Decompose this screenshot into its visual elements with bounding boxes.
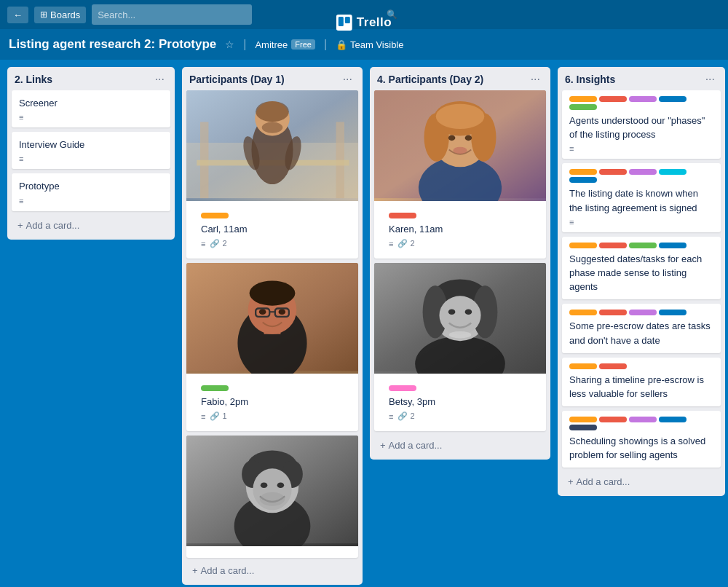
- card-icons-insight1: ≡: [569, 144, 713, 153]
- add-card-day1[interactable]: + Add a card...: [186, 561, 358, 580]
- card-title-insight3: Suggested dates/tasks for each phase mad…: [569, 253, 702, 292]
- star-icon[interactable]: ☆: [225, 39, 234, 50]
- card-karen[interactable]: Karen, 11am ≡ 🔗 2: [374, 90, 546, 259]
- card-prototype[interactable]: Prototype ≡: [12, 173, 170, 210]
- list-cards-day1: Carl, 11am ≡ 🔗 2: [182, 90, 363, 561]
- betsy-portrait-svg: [374, 263, 546, 374]
- i3-red: [599, 243, 627, 248]
- svg-point-54: [439, 296, 480, 335]
- plus-icon-links: +: [17, 220, 23, 231]
- list-header-day1: Participants (Day 1) ···: [182, 67, 363, 90]
- list-cards-day2: Karen, 11am ≡ 🔗 2: [370, 90, 550, 436]
- insight6-labels: [569, 417, 713, 430]
- betsy-labels: [389, 385, 531, 391]
- trello-text: Trello: [357, 15, 392, 30]
- i1-orange: [569, 96, 597, 102]
- list-participants-day1: Participants (Day 1) ···: [182, 67, 363, 585]
- svg-point-33: [277, 483, 285, 489]
- list-header-insights: 6. Insights ···: [558, 67, 725, 90]
- boards-label: Boards: [50, 9, 80, 20]
- svg-point-55: [448, 310, 456, 315]
- card-title-insight6: Scheduling showings is a solved problem …: [569, 436, 705, 460]
- svg-point-21: [259, 310, 266, 315]
- card-title-fabio: Fabio, 2pm: [201, 396, 248, 407]
- add-card-label-day2: Add a card...: [389, 440, 443, 451]
- card-icons-insight2: ≡: [569, 218, 713, 226]
- back-icon: ←: [13, 9, 23, 20]
- card-title-insight1: Agents understood our "phases" of the li…: [569, 115, 705, 140]
- card-insight6[interactable]: Scheduling showings is a solved problem …: [562, 411, 721, 468]
- card-title-insight2: The listing date is known when the listi…: [569, 188, 698, 213]
- top-nav: ← ⊞ Boards 🔍 Trello: [0, 0, 728, 29]
- insight3-labels: [569, 243, 713, 248]
- card-carl[interactable]: Carl, 11am ≡ 🔗 2: [186, 90, 358, 259]
- i3-blue: [659, 243, 687, 248]
- list-title-day2: 4. Participants (Day 2): [377, 74, 483, 85]
- card-insight3[interactable]: Suggested dates/tasks for each phase mad…: [562, 237, 721, 300]
- attachment-icon-fabio: 🔗 1: [210, 411, 226, 421]
- carl-portrait-svg: [186, 90, 358, 201]
- add-card-links[interactable]: + Add a card...: [12, 216, 170, 235]
- list-menu-button-insights[interactable]: ···: [703, 73, 718, 86]
- i6-blue: [659, 417, 687, 422]
- card-icons-prototype: ≡: [19, 197, 163, 205]
- card-icons-carl: ≡ 🔗 2: [201, 239, 344, 248]
- add-card-insights[interactable]: + Add a card...: [562, 472, 721, 492]
- card-interview-guide[interactable]: Interview Guide ≡: [12, 132, 170, 169]
- i2-sky: [659, 169, 687, 175]
- fabio-label-green: [201, 385, 229, 391]
- card-betsy[interactable]: Betsy, 3pm ≡ 🔗 2: [374, 263, 546, 431]
- card-fabio[interactable]: Fabio, 2pm ≡ 🔗 1: [186, 263, 358, 431]
- grid-icon: ⊞: [40, 9, 47, 20]
- card-person3[interactable]: [186, 436, 358, 558]
- card-title-screener: Screener: [19, 98, 58, 109]
- list-menu-button-day2[interactable]: ···: [528, 73, 543, 86]
- trello-logo: Trello: [336, 15, 392, 31]
- boards-button[interactable]: ⊞ Boards: [34, 7, 86, 23]
- i5-orange: [569, 363, 597, 369]
- i3-orange: [569, 243, 597, 248]
- trello-logo-icon: [336, 15, 352, 31]
- card-title-betsy: Betsy, 3pm: [389, 396, 435, 407]
- add-card-day2[interactable]: + Add a card...: [374, 436, 546, 455]
- card-insight2[interactable]: The listing date is known when the listi…: [562, 163, 721, 232]
- team-badge: Free: [291, 39, 315, 50]
- i6-red: [599, 417, 627, 422]
- betsy-portrait: [374, 263, 546, 374]
- i2-blue: [569, 177, 597, 183]
- card-insight5[interactable]: Sharing a timeline pre-escrow is less va…: [562, 358, 721, 406]
- add-card-label-links: Add a card...: [26, 220, 80, 231]
- card-insight4[interactable]: Some pre-escrow dates are tasks and don'…: [562, 304, 721, 352]
- plus-icon-insights: +: [568, 476, 574, 487]
- card-insight1[interactable]: Agents understood our "phases" of the li…: [562, 90, 721, 159]
- card-screener[interactable]: Screener ≡: [12, 90, 170, 127]
- desc-icon-karen: ≡: [389, 240, 393, 248]
- card-title-karen: Karen, 11am: [389, 224, 443, 235]
- board-title: Listing agent research 2: Prototype: [9, 37, 216, 52]
- i4-orange: [569, 310, 597, 315]
- list-menu-button-day1[interactable]: ···: [340, 73, 355, 86]
- list-menu-button-links[interactable]: ···: [152, 73, 167, 86]
- list-cards-insights: Agents understood our "phases" of the li…: [558, 90, 725, 472]
- i4-red: [599, 310, 627, 315]
- desc-icon-prototype: ≡: [19, 197, 23, 205]
- card-icons-betsy: ≡ 🔗 2: [389, 411, 531, 421]
- list-insights: 6. Insights ··· Agents understood our "p…: [558, 67, 725, 496]
- insight1-labels: [569, 96, 713, 110]
- board-team: Amitree Free: [255, 39, 314, 50]
- carl-label-orange: [201, 213, 229, 218]
- fabio-labels: [201, 385, 344, 391]
- fabio-portrait: [186, 263, 358, 374]
- search-input[interactable]: [92, 4, 252, 25]
- back-button[interactable]: ←: [7, 7, 28, 23]
- list-title-day1: Participants (Day 1): [189, 74, 285, 85]
- i3-green: [629, 243, 657, 248]
- list-cards-links: Screener ≡ Interview Guide ≡ Prototype ≡: [7, 90, 175, 216]
- svg-point-22: [279, 310, 286, 315]
- svg-rect-6: [336, 122, 344, 198]
- svg-point-46: [453, 147, 467, 154]
- list-title-links: 2. Links: [15, 74, 52, 85]
- i1-purple: [629, 96, 657, 102]
- svg-point-32: [261, 483, 268, 489]
- card-title-insight4: Some pre-escrow dates are tasks and don'…: [569, 320, 711, 345]
